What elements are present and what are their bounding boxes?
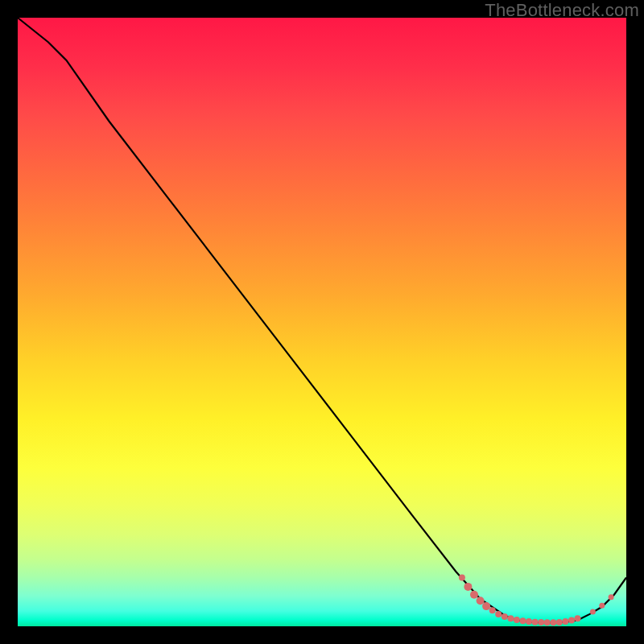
data-dot xyxy=(568,617,575,623)
data-dot xyxy=(495,611,502,617)
data-dot xyxy=(544,619,551,625)
data-dot xyxy=(507,615,514,621)
data-dot xyxy=(514,617,520,623)
data-dot xyxy=(538,619,544,625)
data-dot xyxy=(520,617,526,624)
data-dot xyxy=(489,607,496,613)
data-dot xyxy=(482,602,490,610)
data-dot xyxy=(470,591,478,599)
data-dot xyxy=(459,575,465,581)
data-dot xyxy=(532,619,539,625)
data-dot xyxy=(502,613,508,620)
bottleneck-curve xyxy=(18,18,626,623)
plot-area xyxy=(18,18,626,626)
dot-cluster xyxy=(459,575,614,626)
data-dot xyxy=(590,609,596,614)
data-dot xyxy=(562,618,568,625)
chart-container: TheBottleneck.com xyxy=(0,0,644,644)
data-dot xyxy=(575,615,581,621)
data-dot xyxy=(526,618,532,625)
data-dot xyxy=(477,597,485,605)
data-dot xyxy=(556,619,563,625)
curve-svg xyxy=(18,18,626,626)
data-dot xyxy=(550,619,556,625)
data-dot xyxy=(609,594,614,600)
data-dot xyxy=(464,583,472,591)
data-dot xyxy=(599,603,605,609)
